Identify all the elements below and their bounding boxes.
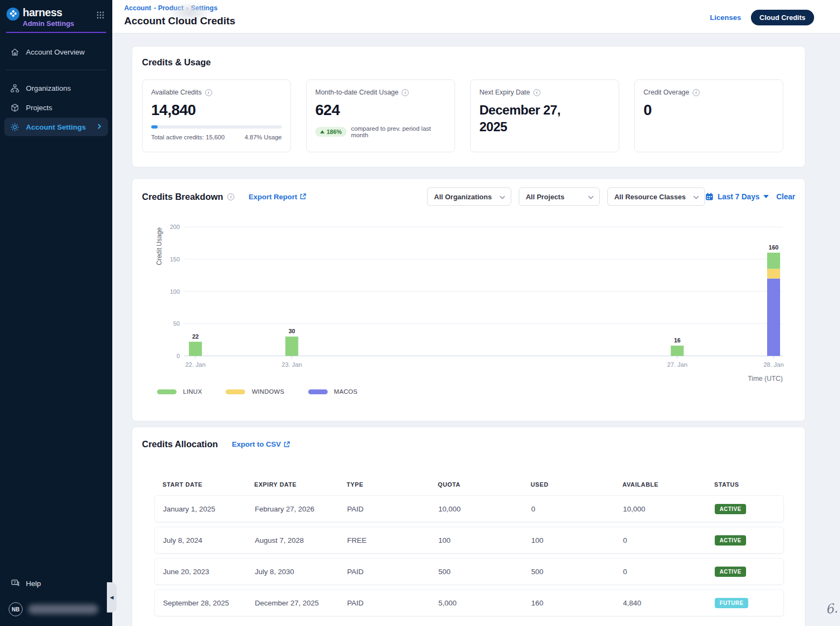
cell-quota: 5,000 (438, 599, 531, 607)
cloud-credits-button[interactable]: Cloud Credits (751, 10, 814, 25)
cell-type: PAID (347, 505, 438, 513)
available-credits-label: Available Credits (151, 89, 202, 96)
chevron-down-icon (588, 193, 594, 201)
svg-text:200: 200 (170, 224, 180, 230)
sidebar-item-projects[interactable]: Projects (4, 98, 108, 117)
info-icon[interactable]: i (533, 89, 540, 96)
usage-percent: 4.87% Usage (245, 134, 282, 140)
column-header-used: USED (531, 481, 622, 488)
home-icon (10, 47, 19, 57)
export-csv-link[interactable]: Export to CSV (232, 440, 290, 448)
cell-start_date: June 20, 2023 (163, 568, 255, 576)
svg-text:Time (UTC): Time (UTC) (748, 375, 783, 382)
chevron-down-icon (693, 193, 699, 201)
brand-underline (6, 32, 106, 33)
breadcrumb-product[interactable]: - Product (154, 4, 184, 12)
next-expiry-label: Next Expiry Date (479, 89, 530, 96)
sidebar-item-label: Account Overview (26, 48, 85, 56)
app-switcher-icon[interactable] (96, 11, 105, 22)
credit-usage-chart: 050100150200Credit Usage2222. Jan3023. J… (154, 223, 791, 385)
breadcrumb-account[interactable]: Account (124, 4, 151, 12)
caret-down-icon (763, 195, 769, 198)
svg-text:22: 22 (192, 333, 199, 340)
svg-text:160: 160 (769, 244, 778, 251)
credits-usage-card: Credits & Usage Available Credits i 14,8… (132, 46, 805, 167)
legend-item-macos[interactable]: MACOS (308, 388, 358, 395)
gear-icon (10, 122, 19, 132)
table-row: June 20, 2023July 8, 2030PAID5005000ACTI… (154, 558, 784, 585)
column-header-type: TYPE (347, 481, 438, 488)
svg-text:?: ? (13, 581, 16, 585)
sidebar: harness Admin Settings Account OverviewO… (0, 0, 112, 626)
sidebar-collapse-handle[interactable]: ◀ (107, 582, 117, 612)
status-badge: FUTURE (715, 598, 748, 608)
sidebar-item-organizations[interactable]: Organizations (4, 79, 108, 97)
credits-usage-title: Credits & Usage (142, 57, 795, 68)
sidebar-item-help[interactable]: ? Help (0, 574, 112, 593)
available-credits-value: 14,840 (151, 102, 282, 119)
cell-start_date: September 28, 2025 (163, 599, 255, 607)
stat-card-available-credits: Available Credits i 14,840 Total active … (142, 79, 291, 152)
sidebar-item-account-settings[interactable]: Account Settings (4, 118, 108, 136)
breadcrumb-separator: › (186, 5, 188, 11)
clear-filters-link[interactable]: Clear (776, 192, 795, 201)
credit-overage-label: Credit Overage (643, 89, 689, 96)
svg-text:22. Jan: 22. Jan (185, 361, 206, 368)
chart-legend: LINUXWINDOWSMACOS (157, 388, 357, 395)
cell-quota: 500 (438, 568, 531, 576)
cell-available: 4,840 (623, 599, 715, 607)
table-row: September 28, 2025December 27, 2025PAID5… (154, 589, 784, 616)
cell-type: PAID (347, 568, 438, 576)
svg-text:0: 0 (177, 353, 180, 359)
sidebar-item-account-overview[interactable]: Account Overview (4, 43, 108, 61)
credit-overage-value: 0 (643, 102, 774, 119)
legend-item-linux[interactable]: LINUX (157, 388, 202, 395)
filter-select-all-resource-classes[interactable]: All Resource Classes (607, 187, 705, 206)
cell-used: 160 (531, 599, 623, 607)
stat-card-credit-overage: Credit Overage i 0 (634, 79, 783, 152)
svg-text:100: 100 (170, 288, 180, 295)
breadcrumb: Account - Product › Settings (124, 4, 218, 12)
cell-type: FREE (347, 536, 438, 544)
column-header-available: AVAILABLE (622, 481, 714, 488)
status-badge: ACTIVE (715, 567, 746, 577)
mtd-usage-label: Month-to-date Credit Usage (315, 89, 398, 96)
cell-expiry_date: December 27, 2025 (255, 599, 347, 607)
avatar[interactable]: NB (9, 602, 23, 616)
svg-text:23. Jan: 23. Jan (282, 361, 302, 368)
cell-available: 0 (623, 536, 715, 544)
svg-text:27. Jan: 27. Jan (667, 361, 688, 368)
licenses-link[interactable]: Licenses (710, 14, 741, 22)
legend-label: LINUX (183, 388, 202, 395)
filter-select-all-organizations[interactable]: All Organizations (427, 187, 511, 206)
credits-breakdown-title: Credits Breakdown (142, 192, 223, 202)
cell-expiry_date: August 7, 2028 (255, 536, 347, 544)
date-range-picker[interactable]: Last 7 Days (705, 192, 769, 201)
brand-subtitle: Admin Settings (23, 19, 74, 28)
credits-allocation-title: Credits Allocation (142, 439, 218, 449)
info-icon[interactable]: i (402, 89, 409, 96)
chevron-right-icon (96, 123, 103, 131)
sidebar-item-label: Account Settings (26, 123, 86, 131)
status-badge: ACTIVE (715, 535, 746, 546)
external-link-icon (300, 193, 306, 200)
info-icon[interactable]: i (227, 193, 234, 200)
breadcrumb-settings[interactable]: Settings (191, 4, 218, 12)
user-row[interactable]: NB (0, 593, 112, 621)
filter-select-all-projects[interactable]: All Projects (519, 187, 600, 206)
cell-used: 100 (531, 536, 623, 544)
help-icon: ? (11, 578, 21, 588)
credits-breakdown-card: Credits Breakdown i Export Report All Or… (132, 178, 805, 421)
allocation-table-header: START DATEEXPIRY DATETYPEQUOTAUSEDAVAILA… (154, 481, 784, 495)
main-content: Credits & Usage Available Credits i 14,8… (112, 33, 840, 626)
cube-icon (10, 103, 19, 112)
info-icon[interactable]: i (693, 89, 700, 96)
info-icon[interactable]: i (205, 89, 212, 96)
status-badge: ACTIVE (715, 504, 746, 514)
total-active-credits: Total active credits: 15,600 (151, 134, 225, 140)
legend-item-windows[interactable]: WINDOWS (226, 388, 284, 395)
filter-group: All OrganizationsAll ProjectsAll Resourc… (427, 187, 705, 206)
cell-quota: 100 (438, 536, 531, 544)
delta-badge: 186% (315, 127, 347, 137)
export-report-link[interactable]: Export Report (248, 193, 306, 201)
